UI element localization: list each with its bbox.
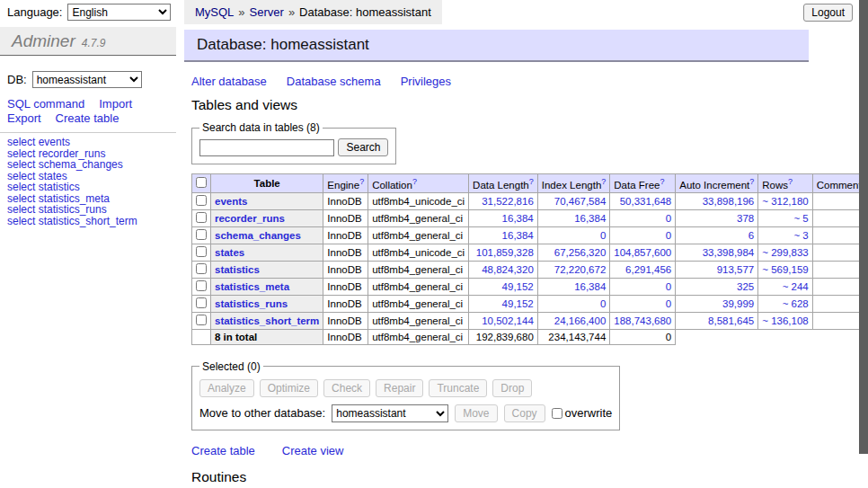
data-free-link[interactable]: 188,743,680	[614, 315, 671, 326]
data-free-link[interactable]: 0	[666, 213, 671, 224]
move-db-select[interactable]: homeassistant	[332, 404, 448, 422]
auto-increment-link[interactable]: 913,577	[717, 264, 755, 275]
data-length-link[interactable]: 48,824,320	[482, 264, 534, 275]
data-free-link[interactable]: 0	[666, 230, 671, 241]
rows-link[interactable]: ~ 244	[783, 281, 809, 292]
index-length-link[interactable]: 72,220,672	[554, 264, 607, 275]
db-select[interactable]: homeassistant	[32, 71, 142, 88]
index-length-link[interactable]: 0	[600, 230, 606, 241]
data-length-link[interactable]: 16,384	[502, 213, 534, 224]
index-length-link[interactable]: 16,384	[574, 281, 606, 292]
help-link-auto-increment[interactable]: ?	[749, 177, 754, 186]
index-length-link[interactable]: 0	[600, 298, 606, 309]
row-checkbox-statistics[interactable]	[196, 263, 207, 274]
row-checkbox-events[interactable]	[196, 195, 207, 206]
data-length-link[interactable]: 16,384	[502, 230, 534, 241]
rows-link[interactable]: ~ 299,833	[762, 247, 808, 258]
table-link-statistics-meta[interactable]: statistics_meta	[215, 281, 289, 292]
sidebar-select-statistics[interactable]: select statistics	[7, 182, 176, 193]
row-checkbox-states[interactable]	[196, 246, 207, 257]
table-name-cell: statistics_meta	[211, 278, 323, 295]
language-select[interactable]: English	[67, 4, 171, 21]
data-length-link[interactable]: 31,522,816	[482, 196, 534, 207]
table-link-statistics-runs[interactable]: statistics_runs	[215, 298, 288, 309]
scrollbar-thumb[interactable]	[859, 0, 868, 454]
index-length-link[interactable]: 16,384	[574, 213, 606, 224]
rows-link[interactable]: ~ 628	[783, 298, 809, 309]
total-empty-cell	[192, 329, 211, 344]
help-link-engine[interactable]: ?	[359, 177, 364, 186]
link-create-view[interactable]: Create view	[282, 444, 344, 457]
link-privileges[interactable]: Privileges	[401, 75, 451, 88]
table-link-schema-changes[interactable]: schema_changes	[215, 230, 301, 241]
data-length-link[interactable]: 49,152	[502, 298, 534, 309]
help-link-index-length[interactable]: ?	[601, 177, 606, 186]
breadcrumb-link-server[interactable]: Server	[250, 5, 284, 19]
help-link-data-length[interactable]: ?	[529, 177, 534, 186]
table-link-statistics-short-term[interactable]: statistics_short_term	[215, 315, 319, 326]
data-free-link[interactable]: 104,857,600	[614, 247, 671, 258]
search-input[interactable]	[199, 139, 334, 156]
breadcrumb-link-mysql[interactable]: MySQL	[195, 5, 234, 19]
rows-link[interactable]: ~ 569,159	[762, 264, 808, 275]
engine-cell: InnoDB	[323, 312, 368, 329]
auto-increment-link[interactable]: 325	[737, 281, 754, 292]
data-free-link[interactable]: 6,291,456	[625, 264, 671, 275]
language-label: Language:	[7, 5, 62, 19]
sidebar-select-statistics-runs[interactable]: select statistics_runs	[7, 204, 176, 216]
auto-increment-link[interactable]: 33,398,984	[703, 247, 755, 258]
auto-increment-link[interactable]: 8,581,645	[708, 315, 754, 326]
help-link-data-free[interactable]: ?	[660, 177, 664, 186]
logout-button[interactable]: Logout	[803, 4, 853, 22]
row-checkbox-statistics-runs[interactable]	[196, 297, 207, 308]
total-data-length-cell: 192,839,680	[469, 329, 538, 344]
vertical-scrollbar[interactable]	[859, 0, 868, 488]
auto-increment-link[interactable]: 6	[748, 230, 754, 241]
table-link-statistics[interactable]: statistics	[215, 264, 260, 275]
row-checkbox-statistics-meta[interactable]	[196, 280, 207, 291]
rows-link[interactable]: ~ 312,180	[762, 196, 808, 207]
table-row: statistics_runsInnoDButf8mb4_general_ci4…	[192, 295, 868, 312]
sidebar-action-import[interactable]: Import	[99, 97, 132, 111]
sidebar-action-sql-command[interactable]: SQL command	[7, 97, 84, 111]
help-link-rows[interactable]: ?	[788, 177, 793, 186]
sidebar-select-events[interactable]: select events	[7, 137, 176, 148]
data-free-link[interactable]: 50,331,648	[620, 196, 672, 207]
index-length-link[interactable]: 24,166,400	[554, 315, 607, 326]
link-database-schema[interactable]: Database schema	[287, 75, 381, 88]
sidebar-action-create-table[interactable]: Create table	[56, 111, 120, 125]
data-length-link[interactable]: 49,152	[502, 281, 534, 292]
auto-increment-link[interactable]: 33,898,196	[703, 196, 755, 207]
column-label: Comment	[817, 180, 862, 191]
row-checkbox-statistics-short-term[interactable]	[196, 315, 207, 325]
link-create-table[interactable]: Create table	[191, 444, 255, 457]
auto-increment-link[interactable]: 39,999	[722, 298, 754, 309]
search-button[interactable]: Search	[338, 138, 388, 156]
rows-link[interactable]: ~ 136,108	[762, 315, 808, 326]
data-length-link[interactable]: 10,502,144	[482, 315, 534, 326]
rows-link[interactable]: ~ 3	[793, 230, 808, 241]
auto-increment-link[interactable]: 378	[737, 213, 754, 224]
table-link-recorder-runs[interactable]: recorder_runs	[215, 213, 285, 224]
help-link-collation[interactable]: ?	[412, 177, 417, 186]
language-bar: Language: English	[7, 4, 171, 21]
table-link-events[interactable]: events	[215, 196, 247, 207]
data-free-link[interactable]: 0	[666, 298, 671, 309]
row-checkbox-recorder-runs[interactable]	[196, 212, 207, 223]
table-link-states[interactable]: states	[215, 247, 244, 258]
overwrite-checkbox[interactable]	[552, 408, 562, 419]
link-alter-database[interactable]: Alter database	[191, 75, 267, 88]
sidebar-actions: SQL commandImportExportCreate table	[0, 95, 176, 133]
move-row: Move to other database: homeassistant Mo…	[199, 404, 612, 422]
sidebar-select-schema-changes[interactable]: select schema_changes	[7, 159, 176, 171]
data-free-link[interactable]: 0	[666, 281, 671, 292]
sidebar-action-export[interactable]: Export	[7, 111, 41, 125]
index-length-link[interactable]: 67,256,320	[554, 247, 607, 258]
data-length-link[interactable]: 101,859,328	[476, 247, 534, 258]
row-checkbox-schema-changes[interactable]	[196, 229, 207, 240]
select-all-checkbox[interactable]	[196, 177, 207, 188]
search-legend: Search data in tables (8)	[199, 121, 323, 134]
sidebar-select-statistics-short-term[interactable]: select statistics_short_term	[7, 216, 176, 227]
index-length-link[interactable]: 70,467,584	[554, 196, 607, 207]
rows-link[interactable]: ~ 5	[793, 213, 808, 224]
